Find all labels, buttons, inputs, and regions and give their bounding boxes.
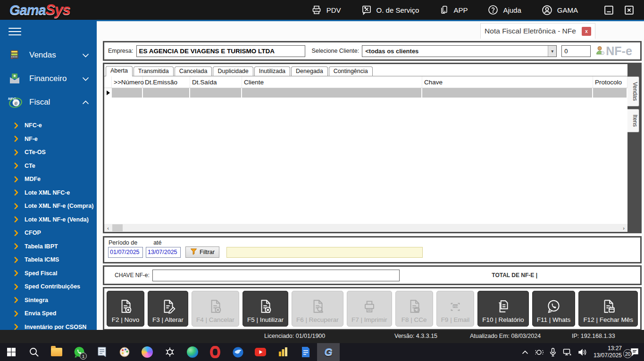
date-from-input[interactable] (108, 247, 143, 258)
page-tab-nfe[interactable]: Nota Fiscal Eletrônica - NFe x (480, 23, 595, 39)
sidebar-item-cfop[interactable]: CFOP (0, 226, 97, 240)
start-button[interactable] (0, 343, 23, 361)
sidebar-item-envia-sped[interactable]: Envia Sped (0, 307, 97, 320)
chatgpt-icon[interactable] (159, 343, 181, 361)
menu-item-ajuda[interactable]: Ajuda (487, 4, 521, 16)
gamasys-taskbar-icon[interactable]: G (317, 343, 340, 361)
sidebar-item-cte[interactable]: CTe (0, 159, 97, 173)
paint-icon[interactable] (113, 343, 136, 361)
submenu-label: Lote XML NFC-e (25, 189, 70, 196)
grid-header-dt-emissao[interactable]: Dt.Emissão (143, 76, 190, 88)
nfe-brand-text: NF-e (606, 44, 632, 58)
chave-label: CHAVE NF-e: (115, 272, 150, 279)
sidebar-item-inventario-csosn[interactable]: Inventário por CSOSN (0, 320, 97, 330)
date-to-input[interactable] (146, 247, 181, 258)
filter-panel: Período de até Filtrar (103, 236, 642, 263)
f9-email-button: PDF F9 | Email (436, 291, 475, 327)
sidebar-item-cte-os[interactable]: CTe-OS (0, 146, 97, 159)
tab-contingencia[interactable]: Contingência (329, 66, 373, 76)
tab-cancelada[interactable]: Cancelada (175, 66, 212, 76)
sidebar-item-vendas[interactable]: Vendas (0, 43, 97, 67)
tab-inutilizada[interactable]: Inutilizada (254, 66, 290, 76)
edge-icon[interactable] (181, 343, 204, 361)
grid-zone: Aberta Transmitida Cancelada Duplicidade… (104, 64, 627, 232)
side-tab-itens[interactable]: Itens (627, 109, 639, 132)
menu-item-ordem-servico[interactable]: O. de Serviço (361, 4, 419, 16)
chave-input[interactable] (152, 270, 400, 281)
f12-fechar-mes-button[interactable]: F12 | Fechar Mês (578, 291, 638, 327)
grid-header-chave[interactable]: Chave (422, 76, 593, 88)
document-icon[interactable] (294, 343, 317, 361)
tray-speaker-icon[interactable] (578, 348, 587, 356)
cliente-select[interactable]: <todas os clientes ▾ (362, 45, 557, 57)
search-icon[interactable] (23, 343, 45, 361)
empresa-input[interactable] (136, 45, 305, 57)
button-label: F2 | Novo (112, 316, 139, 323)
licenciado-text: Licenciado: 01/01/1900 (264, 333, 325, 339)
grid-header-protocolo[interactable]: Protocolo (593, 76, 627, 88)
f5-inutilizar-button[interactable]: F5 | Inutilizar (243, 291, 288, 327)
taskbar-clock[interactable]: 13:27 13/07/2025 (594, 345, 622, 359)
submenu-label: NFC-e (25, 122, 42, 129)
minimize-button[interactable] (602, 4, 615, 16)
sidebar-item-sintegra[interactable]: Sintegra (0, 294, 97, 307)
scrollbar-thumb[interactable] (112, 224, 123, 231)
sidebar-item-fiscal[interactable]: eNFC Fiscal (0, 90, 97, 114)
tab-transmitida[interactable]: Transmitida (134, 66, 174, 76)
grid-header-cliente[interactable]: Cliente (242, 76, 422, 88)
tray-microphone-icon[interactable] (550, 348, 556, 357)
filtrar-button[interactable]: Filtrar (185, 246, 219, 258)
notification-badge: 20 (623, 349, 632, 358)
nfe-count-input[interactable] (561, 45, 591, 57)
submenu-label: NF-e (25, 136, 38, 142)
page-tab-close-button[interactable]: x (582, 27, 591, 36)
thunderbird-icon[interactable] (226, 343, 249, 361)
sidebar-item-tabela-ibpt[interactable]: Tabela IBPT (0, 240, 97, 254)
horizontal-scrollbar[interactable]: ‹ › (104, 224, 627, 232)
sidebar-item-mdfe[interactable]: MDFe (0, 172, 97, 186)
combo-arrow-icon[interactable]: ▾ (548, 46, 556, 57)
notification-center[interactable]: 20 (630, 348, 639, 356)
scroll-left-arrow[interactable]: ‹ (104, 225, 112, 231)
grid-header-numero[interactable]: >>Número (112, 76, 143, 88)
side-tab-vendas[interactable]: Vendas (627, 76, 639, 107)
grid-panel: Aberta Transmitida Cancelada Duplicidade… (103, 63, 642, 233)
close-button[interactable] (623, 4, 636, 16)
menu-item-gama-account[interactable]: GAMA (541, 4, 578, 16)
tab-denegada[interactable]: Denegada (291, 66, 328, 76)
f10-relatorio-button[interactable]: F10 | Relatório (477, 291, 528, 327)
opera-icon[interactable] (204, 343, 226, 361)
scroll-right-arrow[interactable]: › (620, 225, 627, 231)
youtube-icon[interactable] (249, 343, 272, 361)
whatsapp-icon[interactable]: 1 (68, 343, 91, 361)
tray-chevron-up-icon[interactable] (522, 350, 528, 354)
quick-filter-input[interactable] (226, 247, 423, 258)
menu-item-app[interactable]: APP (439, 4, 468, 16)
f2-novo-button[interactable]: F2 | Novo (107, 291, 144, 327)
menu-item-pdv[interactable]: PDV (311, 4, 341, 16)
sidebar-item-tabela-icms[interactable]: Tabela ICMS (0, 253, 97, 267)
power-bi-icon[interactable] (272, 343, 294, 361)
file-explorer-icon[interactable] (45, 343, 68, 361)
sidebar-item-sped-contribuicoes[interactable]: Sped Contribuições (0, 280, 97, 294)
sidebar-item-nfe[interactable]: NF-e (0, 132, 97, 146)
sidebar-item-sped-fiscal[interactable]: Sped Fiscal (0, 267, 97, 280)
tab-duplicidade[interactable]: Duplicidade (213, 66, 253, 76)
tray-screen-share-icon[interactable] (535, 348, 544, 356)
grid-header-dt-saida[interactable]: Dt.Saída (190, 76, 242, 88)
f3-alterar-button[interactable]: F3 | Alterar (148, 291, 188, 327)
sidebar-item-lote-xml-nfe-compra[interactable]: Lote XML NF-e (Compra) (0, 199, 97, 213)
copilot-icon[interactable] (136, 343, 159, 361)
f11-whats-button[interactable]: F11 | Whats (532, 291, 576, 327)
table-row[interactable] (104, 88, 627, 98)
os-taskbar: 1 G 13:27 13/07/2025 20 (0, 343, 644, 361)
button-label: F7 | Imprimir (351, 316, 387, 323)
tab-aberta[interactable]: Aberta (106, 66, 133, 76)
tray-network-icon[interactable] (562, 348, 572, 356)
notepad-icon[interactable] (91, 343, 113, 361)
sidebar-item-lote-xml-nfe-venda[interactable]: Lote XML NF-e (Venda) (0, 213, 97, 227)
sidebar-item-lote-xml-nfce[interactable]: Lote XML NFC-e (0, 186, 97, 200)
menu-toggle[interactable] (0, 20, 97, 43)
sidebar-item-financeiro[interactable]: Financeiro (0, 67, 97, 90)
sidebar-item-nfce[interactable]: NFC-e (0, 119, 97, 132)
